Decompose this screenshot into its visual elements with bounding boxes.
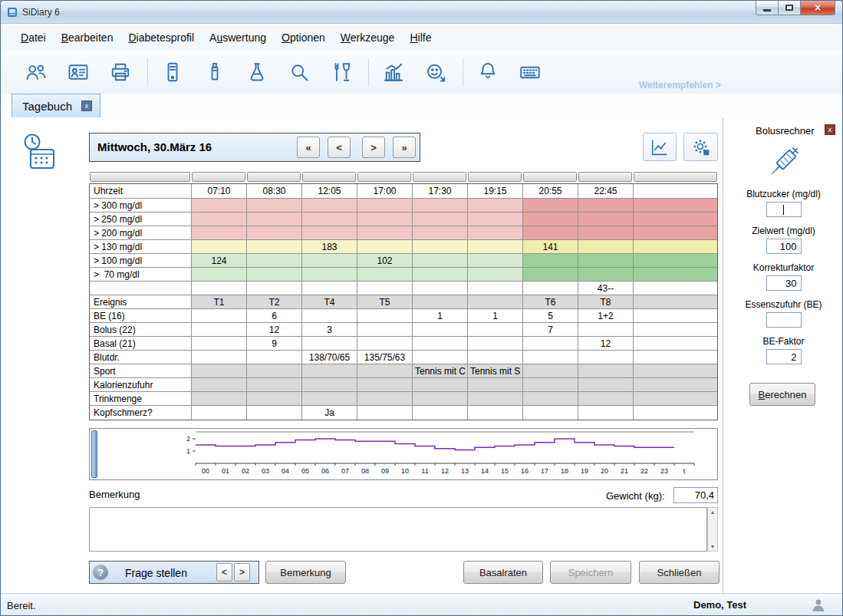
diary-cell[interactable] — [413, 406, 468, 420]
textarea-scrollbar[interactable]: ▲ ▼ — [707, 507, 718, 552]
diary-cell[interactable] — [523, 254, 578, 268]
bolus-input-essenszufuhr[interactable] — [766, 312, 802, 328]
diary-cell[interactable] — [578, 351, 634, 364]
diary-cell[interactable] — [523, 337, 578, 351]
menu-item-auswertung[interactable]: Auswertung — [202, 28, 274, 48]
diary-cell[interactable] — [357, 212, 413, 226]
diary-cell[interactable] — [302, 392, 357, 406]
diary-cell[interactable] — [192, 392, 247, 406]
diary-cell[interactable]: 7 — [523, 323, 578, 337]
diary-cell[interactable] — [247, 406, 302, 420]
diary-cell[interactable] — [634, 240, 717, 254]
bolus-input-korrekturfaktor[interactable]: 30 — [766, 275, 802, 291]
diary-cell[interactable] — [468, 199, 523, 212]
diary-cell[interactable] — [413, 240, 468, 254]
diary-cell[interactable] — [413, 378, 468, 392]
diary-cell[interactable]: 124 — [192, 254, 247, 268]
diary-cell[interactable] — [247, 240, 302, 254]
diary-cell[interactable] — [523, 378, 578, 392]
diary-cell[interactable] — [357, 337, 413, 351]
date-first-button[interactable]: « — [297, 137, 320, 158]
diary-cell[interactable] — [247, 268, 302, 282]
diary-cell[interactable] — [578, 254, 634, 268]
diary-cell[interactable] — [468, 392, 523, 406]
graph-button[interactable] — [643, 133, 677, 161]
diary-cell[interactable] — [192, 212, 247, 226]
diary-cell[interactable] — [468, 282, 523, 295]
diary-cell[interactable] — [192, 282, 247, 295]
diary-cell[interactable] — [523, 351, 578, 364]
diary-cell[interactable] — [247, 282, 302, 295]
ask-prev-button[interactable]: < — [216, 563, 232, 581]
keyboard-icon[interactable] — [513, 55, 547, 89]
menu-item-optionen[interactable]: Optionen — [274, 28, 333, 48]
diary-cell[interactable] — [247, 351, 302, 364]
diary-cell[interactable] — [302, 309, 357, 323]
statistics-icon[interactable] — [377, 55, 410, 89]
diary-cell[interactable] — [192, 323, 247, 337]
diary-cell[interactable] — [578, 323, 634, 337]
recommend-link[interactable]: Weiterempfehlen > — [639, 80, 721, 91]
diary-cell[interactable] — [413, 226, 468, 240]
diary-cell[interactable] — [523, 282, 578, 295]
basal-rates-button[interactable]: Basalraten — [463, 561, 543, 584]
diary-cell[interactable] — [468, 406, 523, 420]
lab-flask-icon[interactable] — [240, 55, 274, 89]
diary-cell[interactable] — [468, 254, 523, 268]
diary-cell[interactable] — [468, 268, 523, 282]
tab-tagebuch[interactable]: Tagebuch x — [12, 94, 100, 117]
diary-cell[interactable] — [468, 378, 523, 392]
diary-cell[interactable]: T8 — [578, 295, 634, 309]
feedback-smiley-icon[interactable] — [419, 55, 453, 89]
diary-cell[interactable] — [413, 392, 468, 406]
menu-item-diabetesprofil[interactable]: Diabetesprofil — [120, 28, 202, 48]
diary-cell[interactable] — [357, 282, 413, 295]
diary-cell[interactable] — [578, 212, 634, 226]
diary-column-header[interactable] — [578, 172, 632, 182]
diary-cell[interactable] — [357, 392, 413, 406]
diary-cell[interactable]: T1 — [192, 295, 247, 309]
scroll-down-icon[interactable]: ▼ — [708, 544, 717, 549]
diary-cell[interactable] — [634, 199, 717, 212]
diary-cell[interactable]: T6 — [523, 295, 578, 309]
diary-cell[interactable] — [523, 199, 578, 212]
diary-cell[interactable] — [192, 406, 247, 420]
menu-item-bearbeiten[interactable]: Bearbeiten — [54, 28, 121, 48]
diary-cell[interactable] — [247, 392, 302, 406]
diary-cell[interactable] — [357, 309, 413, 323]
ask-next-button[interactable]: > — [234, 563, 250, 581]
diary-cell[interactable] — [192, 337, 247, 351]
diary-cell[interactable]: Tennis mit C — [413, 364, 468, 378]
diary-cell[interactable] — [302, 268, 357, 282]
diary-cell[interactable] — [578, 240, 634, 254]
diary-cell[interactable] — [634, 406, 717, 420]
diary-cell[interactable] — [634, 268, 717, 282]
diary-cell[interactable]: 141 — [523, 240, 578, 254]
diary-cell[interactable] — [634, 254, 717, 268]
diary-cell[interactable] — [468, 212, 523, 226]
diary-cell[interactable] — [634, 337, 717, 351]
diary-cell[interactable] — [468, 226, 523, 240]
minimize-button[interactable] — [756, 1, 779, 15]
diary-time-header[interactable]: 17:00 — [357, 184, 413, 199]
search-icon[interactable] — [282, 55, 316, 89]
diary-time-header[interactable]: 08:30 — [247, 184, 302, 199]
diary-column-header[interactable] — [634, 172, 717, 182]
diary-column-header[interactable] — [247, 172, 301, 182]
diary-cell[interactable] — [578, 226, 634, 240]
diary-cell[interactable]: 183 — [302, 240, 357, 254]
diary-cell[interactable] — [468, 351, 523, 364]
diary-cell[interactable] — [413, 199, 468, 212]
diary-cell[interactable]: 1 — [468, 309, 523, 323]
diary-cell[interactable]: 43-- — [578, 282, 634, 295]
diary-column-header[interactable] — [192, 172, 245, 182]
diary-cell[interactable] — [523, 364, 578, 378]
remark-button[interactable]: Bemerkung — [265, 561, 346, 584]
diary-cell[interactable]: 6 — [247, 309, 302, 323]
diary-time-header[interactable]: 19:15 — [468, 184, 523, 199]
diary-column-header[interactable] — [523, 172, 577, 182]
diary-cell[interactable] — [192, 378, 247, 392]
diary-time-header[interactable]: 20:55 — [523, 184, 578, 199]
diary-cell[interactable]: 3 — [302, 323, 357, 337]
diary-cell[interactable] — [578, 364, 634, 378]
